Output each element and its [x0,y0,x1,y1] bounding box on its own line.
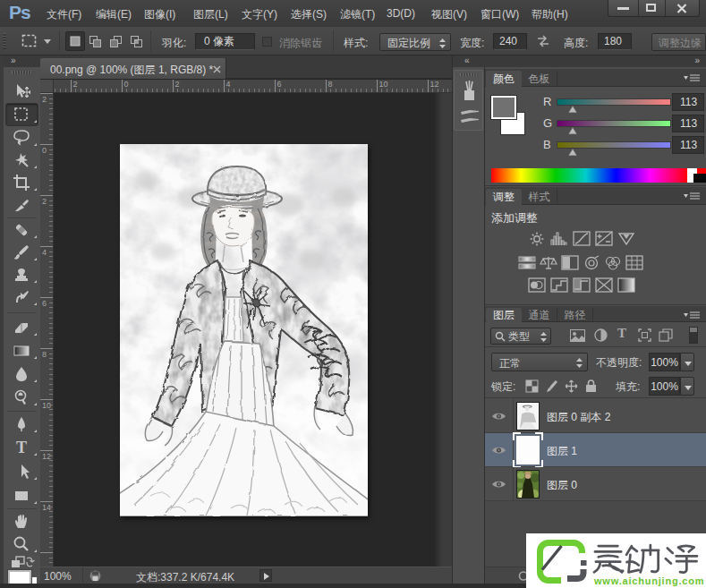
svg-text:T: T [16,439,27,456]
